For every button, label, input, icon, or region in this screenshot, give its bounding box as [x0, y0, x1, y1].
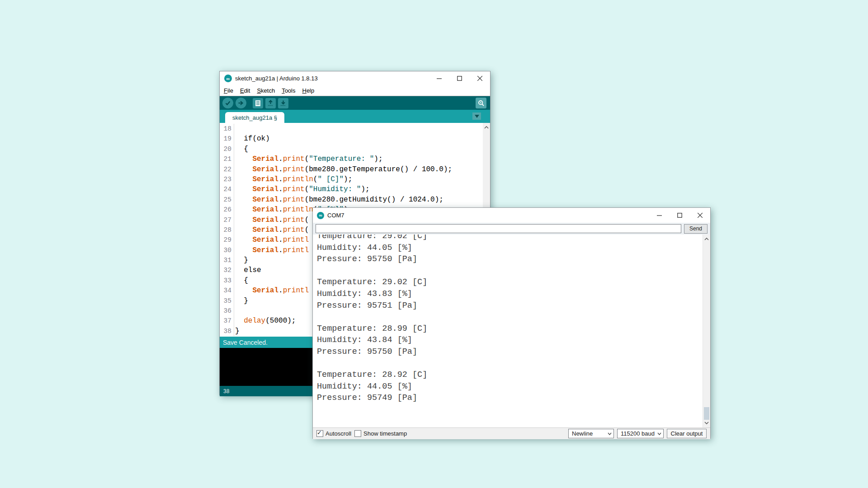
- scroll-up-icon[interactable]: [703, 235, 710, 243]
- ide-window-controls: [429, 71, 490, 85]
- scroll-up-icon[interactable]: [483, 124, 490, 131]
- new-sketch-button[interactable]: [253, 98, 263, 108]
- autoscroll-checkbox[interactable]: Autoscroll: [316, 430, 351, 437]
- serial-monitor-window: ∞ COM7 Send Temperature: 29.02 [C]Humidi…: [312, 207, 711, 439]
- baud-rate-value: 115200 baud: [621, 430, 655, 437]
- serial-scrollbar[interactable]: [703, 235, 710, 427]
- chevron-down-icon: [475, 115, 479, 118]
- code-line-23: 23 Serial.println(" [C]");: [220, 174, 483, 184]
- save-sketch-button[interactable]: [278, 98, 288, 108]
- arduino-logo-icon: ∞: [224, 75, 232, 82]
- upload-arrow-icon: [238, 100, 244, 106]
- serial-output-line: [317, 358, 699, 370]
- save-down-arrow-icon: [280, 100, 287, 107]
- autoscroll-label: Autoscroll: [326, 430, 351, 437]
- serial-output-line: Humidity: 43.83 [%]: [317, 288, 699, 300]
- line-ending-value: Newline: [572, 430, 593, 437]
- checkbox-icon: [354, 430, 361, 437]
- maximize-icon: [677, 213, 682, 218]
- maximize-button[interactable]: [670, 208, 690, 223]
- serial-output-text: Temperature: 29.02 [C]Humidity: 44.05 [%…: [317, 235, 699, 404]
- serial-output-line: Pressure: 95750 [Pa]: [317, 253, 699, 265]
- ide-window-title: sketch_aug21a | Arduino 1.8.13: [235, 75, 318, 82]
- upload-button[interactable]: [236, 98, 246, 108]
- minimize-button[interactable]: [429, 71, 449, 85]
- status-message: Save Canceled.: [223, 339, 268, 346]
- send-button[interactable]: Send: [684, 224, 708, 234]
- serial-output-line: Temperature: 28.92 [C]: [317, 369, 699, 381]
- menu-sketch[interactable]: Sketch: [257, 87, 275, 94]
- arduino-logo-icon: ∞: [317, 212, 324, 219]
- maximize-icon: [457, 76, 462, 81]
- chevron-down-icon: [657, 432, 661, 435]
- serial-output-line: Humidity: 44.05 [%]: [317, 242, 699, 254]
- ide-toolbar: [220, 96, 490, 110]
- footer-line-number: 38: [223, 388, 229, 394]
- close-icon: [698, 213, 703, 218]
- code-line-18: 18: [220, 124, 483, 134]
- serial-monitor-button[interactable]: [476, 98, 486, 108]
- checkbox-icon: [316, 430, 323, 437]
- serial-output-line: Pressure: 95750 [Pa]: [317, 346, 699, 358]
- serial-output-line: Temperature: 28.99 [C]: [317, 323, 699, 335]
- serial-output-line: Temperature: 29.02 [C]: [317, 277, 699, 288]
- chevron-down-icon: [608, 432, 612, 435]
- show-timestamp-checkbox[interactable]: Show timestamp: [354, 430, 407, 437]
- close-icon: [477, 76, 482, 81]
- scrollbar-thumb[interactable]: [704, 407, 709, 420]
- ide-tabbar: sketch_aug21a §: [220, 110, 490, 123]
- tab-label: sketch_aug21a §: [232, 114, 277, 121]
- verify-check-icon: [225, 100, 231, 106]
- menu-help[interactable]: Help: [302, 87, 314, 94]
- serial-output-line: [317, 311, 699, 323]
- code-line-24: 24 Serial.print("Humidity: ");: [220, 184, 483, 194]
- menu-edit[interactable]: Edit: [240, 87, 250, 94]
- scroll-down-icon[interactable]: [703, 419, 710, 427]
- serial-bottom-bar: Autoscroll Show timestamp Newline 115200…: [313, 427, 710, 439]
- code-line-25: 25 Serial.print(bme280.getHumidity() / 1…: [220, 195, 483, 205]
- serial-output-line: Pressure: 95751 [Pa]: [317, 300, 699, 312]
- minimize-icon: [437, 76, 442, 81]
- serial-titlebar[interactable]: ∞ COM7: [313, 208, 710, 223]
- serial-output-area[interactable]: Temperature: 29.02 [C]Humidity: 44.05 [%…: [313, 235, 710, 427]
- baud-rate-select[interactable]: 115200 baud: [617, 429, 664, 438]
- code-line-19: 19 if(ok): [220, 134, 483, 144]
- desktop: ∞ sketch_aug21a | Arduino 1.8.13 FileEdi…: [0, 0, 868, 488]
- minimize-icon: [657, 213, 662, 218]
- serial-window-controls: [649, 208, 710, 223]
- code-line-22: 22 Serial.print(bme280.getTemperature() …: [220, 164, 483, 174]
- code-line-20: 20 {: [220, 144, 483, 154]
- tab-list-dropdown-button[interactable]: [472, 113, 481, 120]
- serial-window-title: COM7: [327, 212, 344, 219]
- serial-output-line: Humidity: 43.84 [%]: [317, 334, 699, 346]
- menu-file[interactable]: File: [224, 87, 233, 94]
- serial-input[interactable]: [316, 224, 681, 233]
- serial-monitor-magnifier-icon: [478, 100, 485, 107]
- line-ending-select[interactable]: Newline: [568, 429, 614, 438]
- close-button[interactable]: [690, 208, 710, 223]
- serial-output-line: Pressure: 95749 [Pa]: [317, 392, 699, 404]
- new-document-icon: [255, 100, 261, 107]
- show-timestamp-label: Show timestamp: [363, 430, 407, 437]
- tab-sketch-aug21a[interactable]: sketch_aug21a §: [225, 112, 284, 123]
- serial-output-line: Temperature: 29.02 [C]: [317, 235, 699, 242]
- close-button[interactable]: [470, 71, 490, 85]
- menu-tools[interactable]: Tools: [282, 87, 295, 94]
- serial-output-line: [317, 265, 699, 277]
- clear-output-button[interactable]: Clear output: [667, 429, 707, 438]
- minimize-button[interactable]: [649, 208, 670, 223]
- serial-send-row: Send: [313, 223, 710, 235]
- serial-output-line: Humidity: 44.05 [%]: [317, 381, 699, 393]
- maximize-button[interactable]: [449, 71, 470, 85]
- ide-titlebar[interactable]: ∞ sketch_aug21a | Arduino 1.8.13: [220, 71, 490, 85]
- ide-menubar: FileEditSketchToolsHelp: [220, 85, 490, 96]
- code-line-21: 21 Serial.print("Temperature: ");: [220, 154, 483, 164]
- verify-button[interactable]: [222, 98, 233, 108]
- open-sketch-button[interactable]: [265, 98, 276, 108]
- open-up-arrow-icon: [267, 100, 274, 107]
